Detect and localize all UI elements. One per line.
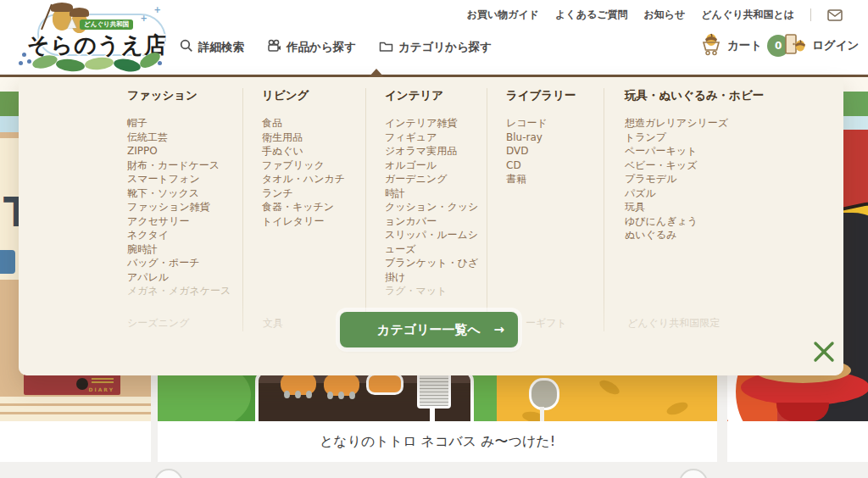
category-link[interactable]: ベビー・キッズ	[625, 158, 843, 173]
category-link[interactable]: ぬいぐるみ	[625, 228, 843, 242]
category-link[interactable]: ゆびにんぎょう	[625, 214, 843, 229]
berry-dot	[22, 53, 26, 57]
category-link[interactable]: トランプ	[625, 131, 843, 145]
category-link[interactable]: スリッパ・ルームシューズ	[385, 228, 487, 256]
totoro-mark	[68, 19, 76, 28]
category-link[interactable]: スマートフォン	[127, 172, 242, 186]
close-menu-icon[interactable]	[812, 340, 836, 364]
menu-column-fashion: ファッション 帽子伝統工芸ZIPPO財布・カードケーススマートフォン靴下・ソック…	[19, 88, 243, 331]
category-link[interactable]: クッション・クッションカバー	[385, 200, 487, 228]
topbar-link-about[interactable]: どんぐり共和国とは	[701, 8, 794, 22]
category-mega-menu: ファッション 帽子伝統工芸ZIPPO財布・カードケーススマートフォン靴下・ソック…	[19, 77, 843, 375]
category-link[interactable]: インテリア雑貨	[385, 116, 487, 131]
site-header: お買い物ガイド よくあるご質問 お知らせ どんぐり共和国とは どんぐり共和国 そ…	[0, 0, 868, 77]
category-link[interactable]: パズル	[625, 186, 843, 201]
category-link[interactable]: 衛生用品	[262, 131, 365, 145]
category-link-faded[interactable]: 文具	[263, 316, 283, 331]
category-link[interactable]: メガネ・メガネケース	[127, 284, 242, 298]
category-link-faded[interactable]: ーギフト	[526, 316, 567, 331]
carousel-next-button[interactable]	[679, 469, 708, 478]
film-camera-icon	[267, 39, 281, 55]
bus-stop-pole	[430, 406, 435, 421]
category-link[interactable]: ランチ	[262, 186, 365, 201]
primary-nav: 詳細検索 作品から探す カテゴリから探す	[180, 39, 492, 55]
topbar-link-news[interactable]: お知らせ	[643, 8, 685, 22]
login-button[interactable]: ログイン	[784, 32, 859, 58]
category-link[interactable]: 時計	[385, 186, 487, 201]
category-link[interactable]: ネクタイ	[127, 228, 242, 242]
category-link[interactable]: フィギュア	[385, 131, 487, 145]
column-title: リビング	[262, 88, 365, 103]
category-list: 帽子伝統工芸ZIPPO財布・カードケーススマートフォン靴下・ソックスファッション…	[127, 116, 242, 298]
category-link[interactable]: プラモデル	[625, 172, 843, 186]
category-link[interactable]: レコード	[506, 116, 604, 131]
divider	[810, 8, 811, 21]
nekobus-paw	[281, 373, 316, 395]
category-link[interactable]: 靴下・ソックス	[127, 186, 242, 201]
category-link[interactable]: 書籍	[506, 172, 604, 186]
category-link[interactable]: 伝統工芸	[127, 131, 242, 145]
category-link[interactable]: トイレタリー	[262, 214, 365, 229]
decor-claw	[284, 391, 290, 398]
category-link-faded[interactable]: シーズニング	[127, 316, 189, 331]
nekobus-paw	[324, 374, 359, 396]
category-link[interactable]: 食器・キッチン	[262, 200, 365, 214]
nav-detailed-search[interactable]: 詳細検索	[180, 39, 244, 55]
category-link[interactable]: バッグ・ポーチ	[127, 256, 242, 270]
category-list-button[interactable]: カテゴリー一覧へ →	[340, 312, 518, 347]
category-link[interactable]: ファブリック	[262, 158, 365, 173]
category-list: 想造ガレリアシリーズトランプペーパーキットベビー・キッズプラモデルパズル玩具ゆび…	[625, 116, 843, 242]
store-logo[interactable]: どんぐり共和国 そらのうえ店 + +	[12, 2, 170, 75]
category-link[interactable]: ジオラマ実用品	[385, 144, 487, 158]
decor-gold-bar	[92, 378, 114, 380]
decor-claw	[349, 392, 355, 399]
category-link-faded[interactable]: どんぐり共和国限定	[627, 316, 720, 331]
mail-icon[interactable]	[827, 9, 843, 21]
category-link[interactable]: CD	[506, 158, 604, 173]
category-list: レコードBlu-rayDVDCD書籍	[506, 116, 604, 186]
decor-gold-bar	[92, 381, 114, 383]
category-link[interactable]: 玩具	[625, 200, 843, 214]
category-link[interactable]: DVD	[506, 144, 604, 158]
category-link[interactable]: アパレル	[127, 270, 242, 285]
cart-button[interactable]: カート 0	[700, 32, 789, 58]
category-link[interactable]: Blu-ray	[506, 131, 604, 145]
topbar-link-shopping-guide[interactable]: お買い物ガイド	[467, 8, 539, 22]
menu-column-living: リビング 食品衛生用品手ぬぐいファブリックタオル・ハンカチランチ食器・キッチント…	[243, 88, 366, 331]
login-label: ログイン	[812, 38, 859, 53]
carousel-prev-button[interactable]	[154, 469, 183, 478]
category-link[interactable]: ガーデニング	[385, 172, 487, 186]
menu-column-toys: 玩具・ぬいぐるみ・ホビー 想造ガレリアシリーズトランプペーパーキットベビー・キッ…	[604, 88, 843, 331]
category-link[interactable]: 腕時計	[127, 242, 242, 257]
slide-caption[interactable]: となりのトトロ ネコバス み〜つけた!	[158, 421, 717, 462]
category-link[interactable]: オルゴール	[385, 158, 487, 173]
category-link[interactable]: ZIPPO	[127, 144, 242, 158]
slide-caption-left	[0, 421, 151, 462]
category-link[interactable]: 想造ガレリアシリーズ	[625, 116, 843, 131]
category-link[interactable]: ラグ・マット	[385, 284, 487, 298]
search-icon	[180, 39, 193, 55]
bowl-base	[776, 403, 829, 421]
category-link[interactable]: ブランケット・ひざ掛け	[385, 256, 487, 284]
decor-claw	[338, 392, 344, 399]
category-link[interactable]: タオル・ハンカチ	[262, 172, 365, 186]
decor-stripe-band	[0, 397, 151, 421]
menu-columns: ファッション 帽子伝統工芸ZIPPO財布・カードケーススマートフォン靴下・ソック…	[19, 77, 843, 331]
category-link[interactable]: アクセサリー	[127, 214, 242, 229]
nav-browse-by-category[interactable]: カテゴリから探す	[379, 40, 492, 55]
category-link[interactable]: 手ぬぐい	[262, 144, 365, 158]
folder-icon	[379, 40, 393, 55]
topbar-link-faq[interactable]: よくあるご質問	[555, 8, 627, 22]
column-title: インテリア	[385, 88, 487, 103]
category-link[interactable]: 帽子	[127, 116, 242, 131]
category-link[interactable]: ファッション雑貨	[127, 200, 242, 214]
category-link[interactable]: ペーパーキット	[625, 144, 843, 158]
nav-label: 作品から探す	[287, 40, 356, 55]
sparkle-decor: +	[154, 5, 161, 14]
category-link[interactable]: 食品	[262, 116, 365, 131]
category-link[interactable]: 財布・カードケース	[127, 158, 242, 173]
decor-stripe	[0, 403, 151, 406]
arrow-right-icon: →	[493, 322, 504, 337]
nekobus-tail	[366, 373, 403, 395]
nav-browse-by-work[interactable]: 作品から探す	[267, 39, 356, 55]
